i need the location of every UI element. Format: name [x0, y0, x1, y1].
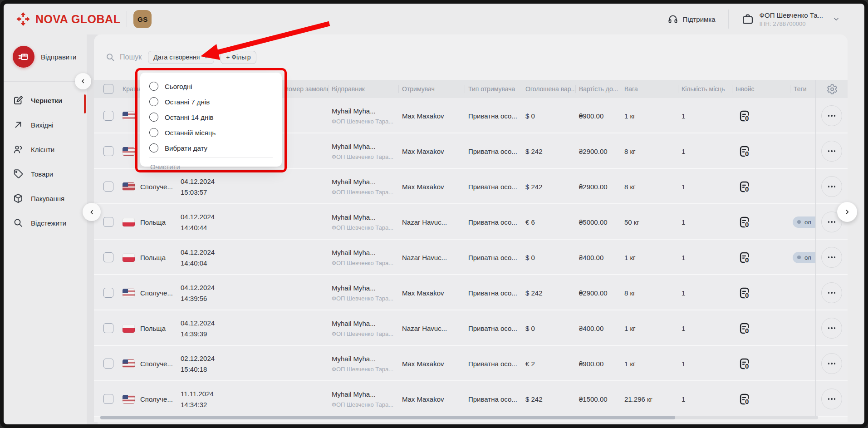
support-button[interactable]: Підтримка — [667, 14, 716, 25]
invoice-icon[interactable]: 0 — [739, 251, 751, 264]
table-row[interactable]: Сполуче... 11.11.2024 14:34:32 Myhail My… — [94, 381, 848, 417]
receiver-type: Приватна осо... — [465, 148, 522, 155]
receiver-type: Приватна осо... — [465, 254, 522, 261]
dropdown-option-last-14-days[interactable]: Останні 14 днів — [149, 109, 282, 125]
sidebar-item-outgoing[interactable]: Вихідні — [4, 113, 87, 137]
radio-icon[interactable] — [149, 113, 158, 122]
dropdown-option-pick-date[interactable]: Вибрати дату — [149, 140, 282, 156]
sidebar-collapse-button[interactable] — [75, 73, 91, 89]
select-all-checkbox[interactable] — [103, 84, 113, 94]
country-flag — [123, 147, 135, 156]
radio-icon[interactable] — [149, 128, 158, 137]
svg-text:0: 0 — [745, 150, 749, 157]
col-weight[interactable]: Вага — [621, 80, 678, 98]
row-actions-button[interactable] — [821, 105, 842, 126]
nova-global-logo[interactable]: NOVA GLOBAL — [15, 11, 120, 27]
scroll-right-button[interactable] — [837, 202, 857, 222]
dropdown-option-today[interactable]: Сьогодні — [149, 79, 282, 94]
row-checkbox[interactable] — [103, 146, 113, 156]
row-actions-button[interactable] — [821, 247, 842, 268]
account-menu[interactable]: ФОП Шевченко Та... ІПН: 2788700000 — [741, 11, 839, 27]
col-tags[interactable]: Теги — [790, 80, 815, 98]
row-checkbox[interactable] — [103, 252, 113, 262]
sidebar-item-track[interactable]: Відстежити — [4, 211, 87, 235]
sidebar-item-goods[interactable]: Товари — [4, 162, 87, 186]
row-actions-button[interactable] — [821, 282, 842, 303]
dropdown-option-last-7-days[interactable]: Останні 7 днів — [149, 94, 282, 109]
invoice-icon[interactable]: 0 — [739, 322, 751, 335]
radio-icon[interactable] — [149, 97, 158, 106]
date-filter-chip[interactable]: Дата створення — [148, 51, 214, 64]
tag-dot-icon — [797, 256, 801, 259]
send-label: Відправити — [41, 53, 77, 61]
table-row[interactable]: Сполуче... 04.12.2024 15:03:57 Myhail My… — [94, 169, 848, 204]
receiver-type: Приватна осо... — [465, 183, 522, 191]
row-checkbox[interactable] — [103, 288, 113, 298]
column-settings-button[interactable] — [815, 80, 848, 98]
radio-icon[interactable] — [149, 143, 158, 153]
row-actions-button[interactable] — [821, 389, 842, 409]
sidebar-item-packaging[interactable]: Пакування — [4, 186, 87, 211]
table-row[interactable]: Польща 04.12.2024 14:40:04 Myhail Myha..… — [94, 240, 848, 275]
invoice-icon[interactable]: 0 — [739, 145, 751, 157]
col-order-number[interactable]: Номер замовле... — [280, 80, 328, 98]
col-invoice[interactable]: Інвойс — [732, 80, 790, 98]
delivery-cost: ₴2900.00 — [575, 183, 621, 191]
row-actions-button[interactable] — [821, 353, 842, 374]
row-checkbox[interactable] — [103, 217, 113, 227]
col-places[interactable]: Кількість місць — [678, 80, 732, 98]
table-row[interactable]: Польща 04.12.2024 14:39:39 Myhail Myha..… — [94, 310, 848, 346]
invoice-icon[interactable]: 0 — [739, 287, 751, 299]
scroll-left-button[interactable] — [83, 203, 101, 221]
row-checkbox[interactable] — [103, 182, 113, 192]
col-sender[interactable]: Відправник — [328, 80, 398, 98]
receiver-name: Max Maxakov — [398, 148, 465, 155]
created-time: 14:39:56 — [181, 295, 280, 302]
row-actions-button[interactable] — [821, 176, 842, 197]
dropdown-clear-button[interactable]: Очистити — [149, 158, 282, 171]
country-flag — [123, 112, 135, 120]
row-actions-button[interactable] — [821, 141, 842, 162]
created-time: 14:40:04 — [181, 259, 280, 267]
svg-text:0: 0 — [745, 256, 749, 264]
option-label: Останні 7 днів — [165, 98, 210, 106]
add-filter-button[interactable]: + Фільтр — [221, 51, 256, 64]
col-declared-value[interactable]: Оголошена вар... — [522, 80, 575, 98]
option-label: Останні 14 днів — [165, 113, 213, 121]
table-row[interactable]: Польща 04.12.2024 14:40:44 Myhail Myha..… — [94, 204, 848, 240]
horizontal-scrollbar-track[interactable] — [100, 416, 818, 419]
row-checkbox[interactable] — [103, 111, 113, 121]
tag-chip[interactable]: ол — [793, 216, 815, 228]
row-checkbox[interactable] — [103, 323, 113, 333]
created-date: 02.12.2024 — [181, 354, 280, 363]
invoice-icon[interactable]: 0 — [739, 393, 751, 405]
dropdown-option-last-month[interactable]: Останній місяць — [149, 125, 282, 140]
radio-icon[interactable] — [149, 82, 158, 91]
headphones-icon — [667, 14, 678, 25]
receiver-name: Max Maxakov — [398, 112, 465, 120]
invoice-icon[interactable]: 0 — [739, 181, 751, 193]
col-receiver[interactable]: Отримувач — [398, 80, 465, 98]
search-input[interactable]: Пошук — [105, 52, 142, 62]
row-actions-button[interactable] — [821, 318, 842, 339]
sidebar-item-clients[interactable]: Клієнти — [4, 137, 87, 162]
row-checkbox[interactable] — [103, 359, 113, 369]
gs-workspace-badge[interactable]: GS — [133, 10, 152, 28]
col-receiver-type[interactable]: Тип отримувача — [465, 80, 522, 98]
sidebar-item-label: Пакування — [31, 195, 64, 202]
invoice-icon[interactable]: 0 — [739, 216, 751, 228]
send-shipment-button[interactable]: Відправити — [4, 34, 87, 78]
invoice-icon[interactable]: 0 — [739, 358, 751, 370]
search-icon — [105, 52, 115, 62]
horizontal-scrollbar-thumb[interactable] — [100, 416, 675, 419]
weight: 8 кг — [621, 289, 678, 297]
tag-label: ол — [804, 254, 811, 261]
tag-chip[interactable]: ол — [793, 252, 815, 263]
table-row[interactable]: Сполуче... 02.12.2024 15:40:18 Myhail My… — [94, 346, 848, 381]
country-flag — [123, 395, 135, 403]
sidebar-item-drafts[interactable]: Чернетки — [4, 88, 87, 113]
row-checkbox[interactable] — [103, 394, 113, 404]
col-cost[interactable]: Вартість до... — [575, 80, 621, 98]
invoice-icon[interactable]: 0 — [739, 110, 751, 122]
table-row[interactable]: Сполуче... 04.12.2024 14:39:56 Myhail My… — [94, 275, 848, 310]
